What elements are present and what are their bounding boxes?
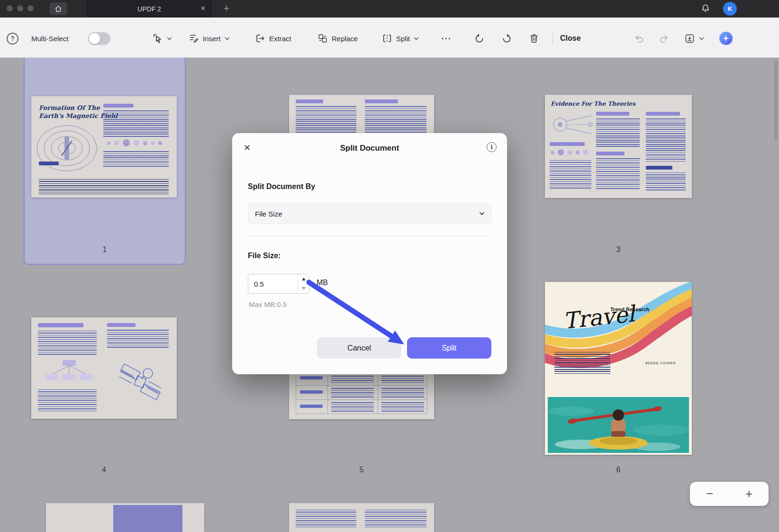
triangle-up-icon <box>302 278 306 280</box>
page-4-number: 4 <box>31 466 177 474</box>
page3-heading-chip <box>646 112 680 116</box>
page4-text-lines <box>107 330 169 349</box>
redo-button[interactable] <box>501 30 512 47</box>
magnetic-field-illustration <box>33 123 100 174</box>
replace-label: Replace <box>332 35 358 43</box>
split-by-heading: Split Document By <box>248 182 315 191</box>
zoom-out-button[interactable]: − <box>706 487 713 501</box>
page1-subheading-chip <box>39 162 59 165</box>
spinner-up-button[interactable] <box>298 274 309 284</box>
avatar[interactable]: K <box>723 2 737 16</box>
page-1-number: 1 <box>24 245 186 254</box>
chevron-down-icon <box>699 37 704 40</box>
zoom-widget: − + <box>690 482 769 506</box>
page3-subheading-chip <box>646 166 672 170</box>
save-icon <box>684 33 695 44</box>
vertical-scrollbar[interactable] <box>774 61 778 140</box>
page3-text-lines <box>596 158 640 189</box>
unit-label: MB <box>317 279 328 287</box>
file-size-input[interactable] <box>248 274 298 293</box>
close-label: Close <box>560 34 581 43</box>
page4-heading-chip <box>38 323 83 327</box>
insert-icon <box>189 33 199 44</box>
traffic-lights[interactable] <box>7 5 34 11</box>
save-button[interactable] <box>684 30 704 47</box>
max-size-hint: Max MB:0.5 <box>249 300 287 308</box>
extract-label: Extract <box>269 35 291 43</box>
file-size-spinner <box>248 274 309 294</box>
extract-icon <box>255 33 265 44</box>
history-forward-button[interactable] <box>659 30 669 47</box>
split-by-dropdown[interactable]: File Size <box>248 203 491 224</box>
replace-button[interactable]: Replace <box>317 30 358 47</box>
spinner-steppers <box>298 274 309 293</box>
page1-text-lines <box>103 110 169 137</box>
page3-text-lines <box>646 172 686 190</box>
extract-button[interactable]: Extract <box>255 30 291 47</box>
split-tool-button[interactable]: Split <box>382 30 419 47</box>
zoom-in-button[interactable]: + <box>745 487 752 501</box>
toggle-track <box>88 32 110 45</box>
new-tab-button[interactable]: + <box>220 2 233 15</box>
ai-assistant-button[interactable] <box>719 30 733 47</box>
page8-text-lines <box>365 510 426 529</box>
tab-close-icon[interactable]: ✕ <box>200 5 206 12</box>
split-icon <box>382 33 392 44</box>
page4-text-lines <box>38 389 97 412</box>
page3-heading-chip <box>550 142 585 146</box>
page3-title: Evidence For The Theories <box>551 100 635 107</box>
page3-heading-chip <box>596 152 625 155</box>
file-size-heading: File Size: <box>248 252 281 260</box>
spinner-down-button[interactable] <box>298 284 309 293</box>
page3-heading-chip <box>596 112 629 116</box>
history-back-button[interactable] <box>634 30 644 47</box>
back-arrow-icon <box>634 33 644 44</box>
multi-select-toggle[interactable] <box>88 30 110 47</box>
bell-icon <box>700 3 711 14</box>
tab-updf2[interactable]: UPDF 2 ✕ <box>87 0 212 18</box>
orbit-diagram <box>550 111 593 138</box>
titlebar: UPDF 2 ✕ + K <box>0 0 779 18</box>
page-thumbnail-3[interactable]: Evidence For The Theories <box>545 95 692 198</box>
toolbar: ? Multi-Select Insert Extract Replace Sp… <box>0 18 779 58</box>
page-thumbnail-7-partial[interactable] <box>46 503 204 532</box>
page8-text-lines <box>296 510 356 529</box>
page2-heading-chip <box>296 99 323 103</box>
cursor-icon <box>153 33 163 44</box>
home-icon <box>54 5 63 13</box>
dialog-title: Split Document <box>232 144 507 153</box>
delete-button[interactable] <box>529 30 539 47</box>
page2-heading-chip <box>365 99 398 103</box>
page-5-number: 5 <box>289 466 434 474</box>
close-button[interactable]: Close <box>560 30 581 47</box>
forward-arrow-icon <box>659 33 669 44</box>
undo-button[interactable] <box>474 30 485 47</box>
insert-button[interactable]: Insert <box>189 30 230 47</box>
page3-text-lines <box>596 118 640 147</box>
chevron-down-icon <box>225 37 230 40</box>
cancel-button[interactable]: Cancel <box>317 337 401 359</box>
page7-header-block <box>113 505 182 532</box>
home-button[interactable] <box>49 2 67 15</box>
split-button[interactable]: Split <box>407 337 491 359</box>
chevron-down-icon <box>414 37 419 40</box>
tab-title: UPDF 2 <box>137 5 161 13</box>
select-tool-button[interactable] <box>153 30 172 47</box>
page-thumbnail-6[interactable]: Trend Research Travel BESSIE COOPER <box>545 282 692 455</box>
kayak-photo <box>548 397 689 453</box>
info-icon[interactable]: i <box>487 142 497 152</box>
page1-heading-chip <box>103 104 134 108</box>
magazine-author: BESSIE COOPER <box>645 361 676 365</box>
notifications-button[interactable] <box>700 3 711 16</box>
more-button[interactable]: ⋯ <box>441 30 452 47</box>
page3-text-lines <box>646 118 686 162</box>
chevron-down-icon <box>167 37 172 40</box>
undo-icon <box>474 33 485 44</box>
satellite-illustration <box>111 354 170 410</box>
page-thumbnail-8-partial[interactable] <box>289 503 434 532</box>
help-button[interactable]: ? <box>7 30 18 47</box>
page-thumbnail-4[interactable] <box>31 317 177 419</box>
page-thumbnail-1[interactable]: Formation Of The Earth's Magnetic Field <box>31 96 177 198</box>
help-icon: ? <box>7 33 18 45</box>
page6-text-lines <box>554 352 610 374</box>
